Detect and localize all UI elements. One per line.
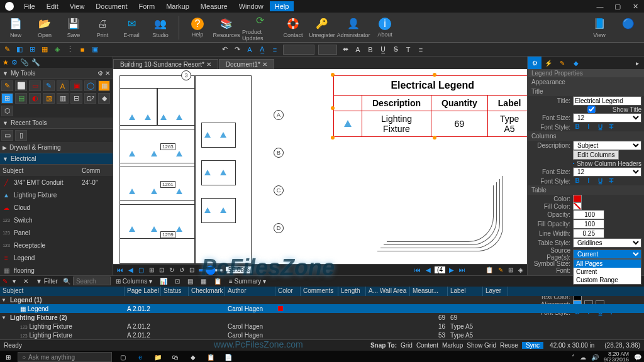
col-header[interactable]: A... Wall Area xyxy=(366,287,410,296)
tool-icon[interactable]: 📊 xyxy=(157,278,170,285)
nav-first-icon[interactable]: ⏮ xyxy=(116,266,125,273)
drywall-header[interactable]: ▶Drywall & Framing xyxy=(0,142,113,153)
tool-icon[interactable]: A̲ xyxy=(258,45,267,54)
store-icon[interactable]: 🛍 xyxy=(169,352,182,362)
source-pages-select[interactable]: Current xyxy=(573,250,641,259)
snap-showgrid[interactable]: Show Grid xyxy=(467,342,496,349)
nav-prev-icon[interactable]: ◀ xyxy=(127,266,135,273)
tool-icon[interactable]: ▦ xyxy=(40,45,49,54)
ribbon-studio[interactable]: 👥Studio xyxy=(147,17,174,38)
menu-measure[interactable]: Measure xyxy=(196,1,233,11)
ribbon-open[interactable]: 📂Open xyxy=(31,17,58,38)
rotate-icon[interactable]: ↻ xyxy=(168,266,175,273)
edge-icon[interactable]: e xyxy=(133,352,147,362)
underline-toggle[interactable]: U̲ xyxy=(596,123,604,131)
tool-icon[interactable]: ■ xyxy=(78,45,87,54)
menu-window[interactable]: Window xyxy=(234,1,269,11)
tool-button[interactable]: ✎ xyxy=(43,80,55,91)
italic-toggle[interactable]: I xyxy=(584,177,593,185)
rotate-icon[interactable]: ↺ xyxy=(178,266,186,273)
panel-tab-icon[interactable]: ✎ xyxy=(555,57,569,69)
ribbon-save[interactable]: 💾Save xyxy=(60,17,87,38)
tool-icon[interactable]: ✎ xyxy=(3,45,11,54)
font-size-select[interactable]: 12 xyxy=(573,113,641,123)
tool-icon[interactable]: ◈ xyxy=(53,45,62,54)
tool-icon[interactable]: T xyxy=(404,45,413,54)
menu-markup[interactable]: Markup xyxy=(161,1,194,11)
opacity-input[interactable] xyxy=(573,210,604,219)
ribbon-updates[interactable]: ⟳Product Updates xyxy=(242,14,277,41)
tool-button[interactable]: ▭ xyxy=(29,80,41,91)
grid-row[interactable]: 123 Lighting FixtureA 2.01.2Carol Hagen5… xyxy=(0,331,644,339)
app-icon[interactable]: 📋 xyxy=(204,352,218,362)
app-icon[interactable]: ◆ xyxy=(186,352,200,362)
list-item[interactable]: ╱3/4" EMT Conduit24'-0" xyxy=(0,176,113,189)
underline-icon[interactable]: U̲ xyxy=(379,45,387,54)
tool-icon[interactable]: ⋮ xyxy=(65,45,74,54)
panel-tab-icon[interactable]: ⚙ xyxy=(11,58,18,67)
tool-icon[interactable]: ✕ xyxy=(21,278,31,285)
volume-icon[interactable]: 🔊 xyxy=(591,354,599,361)
snap-content[interactable]: Content xyxy=(416,342,438,349)
app-icon[interactable]: 📄 xyxy=(221,352,235,362)
line-width-input[interactable] xyxy=(573,229,604,238)
ribbon-contact[interactable]: 🛟Contact xyxy=(280,17,306,38)
page-indicator[interactable]: (4 xyxy=(435,266,445,273)
dropdown-option[interactable]: Current xyxy=(574,268,641,276)
list-item[interactable]: ▦flooring xyxy=(0,264,113,275)
task-view-icon[interactable]: ▢ xyxy=(116,352,130,362)
col-header[interactable]: Comments xyxy=(301,287,338,296)
tool-icon[interactable]: ✎ xyxy=(3,278,8,285)
ribbon-view[interactable]: 📘View xyxy=(586,17,613,38)
grid-row[interactable]: ▼Lighting Fixture (2)6969 xyxy=(0,313,644,322)
list-item[interactable]: 123Switch xyxy=(0,214,113,226)
tool-button[interactable]: ⬜ xyxy=(15,80,27,91)
tool-button[interactable]: G² xyxy=(84,93,96,104)
ribbon-new[interactable]: 📄New xyxy=(3,17,29,38)
explorer-icon[interactable]: 📁 xyxy=(151,352,165,362)
list-item[interactable]: 123Panel xyxy=(0,226,113,239)
tool-icon[interactable]: ✎ xyxy=(497,266,504,273)
align-icon[interactable]: ⬌ xyxy=(341,45,350,54)
ribbon-help[interactable]: ?Help xyxy=(184,18,211,38)
my-tools-header[interactable]: ▼My Tools⚙ ✕ xyxy=(0,68,113,79)
tool-icon[interactable]: ⊡ xyxy=(172,278,182,285)
recent-tools-header[interactable]: ▼Recent Tools xyxy=(0,118,113,129)
grid-row[interactable]: ▦ LegendA 2.01.2Carol Hagen xyxy=(0,304,644,313)
clock[interactable]: 8:20 AM9/23/2016 xyxy=(604,351,629,362)
tool-button[interactable]: ⊟ xyxy=(70,93,82,104)
search-input[interactable] xyxy=(73,277,111,285)
col-header[interactable]: Length xyxy=(338,287,366,296)
page-next-icon[interactable]: ▶ xyxy=(448,266,455,273)
ribbon-email[interactable]: ✉E-mail xyxy=(118,17,145,38)
page-prev-icon[interactable]: ◀ xyxy=(425,266,432,273)
panel-tab-gear[interactable]: ⚙ xyxy=(528,57,541,69)
underline-toggle[interactable]: U̲ xyxy=(596,177,604,185)
list-item[interactable]: ≡Legend xyxy=(0,251,113,264)
tray-up-icon[interactable]: ˄ xyxy=(572,354,575,361)
menu-form[interactable]: Form xyxy=(134,1,160,11)
col-header[interactable]: Subject xyxy=(0,287,125,296)
description-select[interactable]: Subject xyxy=(573,141,641,150)
close-button[interactable]: ✕ xyxy=(626,3,644,11)
tab-document1[interactable]: Document1* ✕ xyxy=(219,59,274,69)
bold-icon[interactable]: B xyxy=(366,45,375,54)
tool-icon[interactable]: ◈ xyxy=(517,266,525,273)
fit-icon[interactable]: ⊡ xyxy=(188,266,196,273)
col-header[interactable]: Measur... xyxy=(410,287,448,296)
color-swatch[interactable] xyxy=(573,195,582,202)
ribbon-about[interactable]: iAbout xyxy=(372,18,398,38)
show-headers-checkbox[interactable] xyxy=(573,160,574,167)
tool-button[interactable]: ▯ xyxy=(15,130,27,141)
tool-button[interactable]: ▣ xyxy=(70,80,82,91)
fill-color-swatch[interactable] xyxy=(573,202,582,210)
panel-tab-icon[interactable]: ⚡ xyxy=(541,57,555,69)
tool-button[interactable]: ◐ xyxy=(29,93,41,104)
dropdown-option[interactable]: All Pages xyxy=(574,260,641,268)
maximize-button[interactable]: ▢ xyxy=(609,3,626,11)
fill-opacity-input[interactable] xyxy=(573,219,604,229)
col-header[interactable]: Page Label xyxy=(125,287,161,296)
zoom-slider[interactable] xyxy=(198,269,223,272)
table-style-select[interactable]: Gridlines xyxy=(573,238,641,248)
nav-icon[interactable]: ⊡ xyxy=(158,266,165,273)
